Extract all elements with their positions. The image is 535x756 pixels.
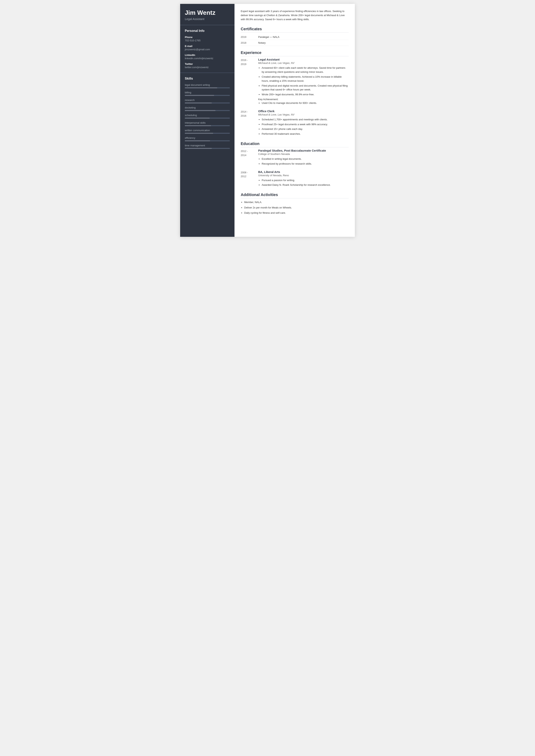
exp-bullet: Created attorney billing statements. Ach… <box>262 75 349 83</box>
resume-container: Jim Wentz Legal Assistant Personal Info … <box>180 4 355 237</box>
activity-item: Daily cycling for fitness and self-care. <box>244 210 349 215</box>
experience-item: 2014 -2016 Office Clerk Michaud & Love, … <box>241 109 349 137</box>
activities-section: Additional Activities Member, NALA.Deliv… <box>241 193 349 215</box>
exp-bullet: Answered 60+ client calls each week for … <box>262 66 349 74</box>
skill-bar-fill <box>185 140 210 141</box>
twitter-value: twitter.com/jimzwentz <box>185 66 230 69</box>
email-label: E-mail <box>185 45 230 47</box>
experience-heading: Experience <box>241 50 349 56</box>
skill-bar-bg <box>185 148 230 149</box>
skill-bar-fill <box>185 125 211 126</box>
exp-company: Michaud & Love, Las Vegas, NV <box>258 62 349 65</box>
activity-item: Deliver 2x per month for Meals on Wheels… <box>244 205 349 210</box>
skill-item: interpersonal skills <box>185 121 230 126</box>
skill-name: interpersonal skills <box>185 121 230 124</box>
edu-content: BA, Liberal Arts University of Nevada, R… <box>258 170 349 188</box>
candidate-title: Legal Assistant <box>185 17 230 20</box>
skill-item: legal document writing <box>185 83 230 88</box>
skill-name: legal document writing <box>185 83 230 86</box>
key-bullets: Used Clio to manage documents for 600+ c… <box>258 101 349 105</box>
skill-bar-bg <box>185 140 230 141</box>
activities-heading: Additional Activities <box>241 193 349 198</box>
phone-label: Phone <box>185 36 230 39</box>
certificates-list: 2019 Paralegal — NALA 2018 Notary <box>241 34 349 46</box>
experience-list: 2016 -2019 Legal Assistant Michaud & Lov… <box>241 58 349 137</box>
key-bullet: Used Clio to manage documents for 600+ c… <box>262 101 349 105</box>
exp-bullet: Scheduled 1,700+ appointments and meetin… <box>262 118 349 122</box>
phone-item: Phone 702-510-1765 <box>185 36 230 42</box>
skill-name: billing <box>185 91 230 94</box>
exp-dates: 2014 -2016 <box>241 109 258 137</box>
exp-bullet: Filed physical and digital records and d… <box>262 84 349 92</box>
skill-bar-bg <box>185 118 230 119</box>
exp-bullet: Answered 15+ phone calls each day. <box>262 127 349 131</box>
exp-company: Michaud & Love, Las Vegas, NV <box>258 113 349 116</box>
edu-bullet: Awarded Daisy N. Roark Scholarship for r… <box>262 183 349 187</box>
skill-bar-bg <box>185 110 230 111</box>
cert-name: Paralegal — NALA <box>258 36 279 39</box>
skill-bar-fill <box>185 148 212 149</box>
skill-bar-bg <box>185 87 230 88</box>
skill-item: efficiency <box>185 136 230 141</box>
exp-bullets: Scheduled 1,700+ appointments and meetin… <box>258 118 349 136</box>
skill-bar-fill <box>185 110 215 111</box>
exp-job-title: Legal Assistant <box>258 58 349 61</box>
edu-school: College of Southern Nevada <box>258 153 349 155</box>
experience-section: Experience 2016 -2019 Legal Assistant Mi… <box>241 50 349 137</box>
candidate-name: Jim Wentz <box>185 9 230 16</box>
edu-content: Paralegal Studies, Post Baccalaureate Ce… <box>258 149 349 167</box>
skill-name: research <box>185 98 230 101</box>
skill-name: scheduling <box>185 114 230 117</box>
exp-bullet: Performed 30 trademark searches. <box>262 132 349 136</box>
skill-name: docketing <box>185 106 230 109</box>
exp-bullets: Answered 60+ client calls each week for … <box>258 66 349 97</box>
skill-item: scheduling <box>185 114 230 119</box>
main-content: Expert legal assistant with 3 years of e… <box>235 4 355 237</box>
exp-content: Legal Assistant Michaud & Love, Las Vega… <box>258 58 349 106</box>
skill-bar-fill <box>185 95 214 96</box>
phone-value: 702-510-1765 <box>185 39 230 42</box>
edu-degree: Paralegal Studies, Post Baccalaureate Ce… <box>258 149 349 152</box>
skill-item: research <box>185 98 230 103</box>
edu-degree: BA, Liberal Arts <box>258 170 349 174</box>
skill-bar-bg <box>185 102 230 103</box>
twitter-label: Twitter <box>185 63 230 66</box>
certificates-heading: Certificates <box>241 27 349 33</box>
edu-bullet: Recognized by professors for research sk… <box>262 162 349 166</box>
skill-name: written communication <box>185 129 230 132</box>
edu-dates: 2012 -2014 <box>241 149 258 167</box>
sidebar-header: Jim Wentz Legal Assistant <box>180 4 235 25</box>
skill-name: time management <box>185 144 230 147</box>
cert-year: 2019 <box>241 36 258 39</box>
exp-bullet: Wrote 200+ legal documents, 99.9% error-… <box>262 93 349 97</box>
exp-content: Office Clerk Michaud & Love, Las Vegas, … <box>258 109 349 137</box>
education-heading: Education <box>241 142 349 147</box>
edu-bullet: Pursued a passion for writing. <box>262 178 349 182</box>
email-value: jimzwentz@gmail.com <box>185 48 230 51</box>
activity-item: Member, NALA. <box>244 200 349 204</box>
skill-item: written communication <box>185 129 230 134</box>
skill-bar-fill <box>185 102 212 103</box>
skills-list: legal document writing billing research … <box>185 83 230 149</box>
personal-info-heading: Personal Info <box>185 29 230 33</box>
exp-bullet: Proofread 25+ legal documents a week wit… <box>262 123 349 126</box>
linkedin-value: linkedin.com/in/jimzwentz <box>185 57 230 60</box>
skill-bar-fill <box>185 118 210 119</box>
linkedin-item: LinkedIn linkedin.com/in/jimzwentz <box>185 54 230 60</box>
summary-text: Expert legal assistant with 3 years of e… <box>241 9 349 21</box>
edu-bullets: Excelled in writing legal documents.Reco… <box>258 157 349 166</box>
twitter-item: Twitter twitter.com/jimzwentz <box>185 63 230 69</box>
certificate-row: 2019 Paralegal — NALA <box>241 34 349 40</box>
edu-school: University of Nevada, Reno <box>258 174 349 177</box>
exp-job-title: Office Clerk <box>258 109 349 113</box>
skills-heading: Skills <box>185 77 230 80</box>
skills-section: Skills legal document writing billing re… <box>180 73 235 153</box>
skill-bar-bg <box>185 125 230 126</box>
sidebar: Jim Wentz Legal Assistant Personal Info … <box>180 4 235 237</box>
edu-bullet: Excelled in writing legal documents. <box>262 157 349 161</box>
linkedin-label: LinkedIn <box>185 54 230 56</box>
cert-name: Notary <box>258 42 266 44</box>
skill-bar-bg <box>185 95 230 96</box>
exp-dates: 2016 -2019 <box>241 58 258 106</box>
education-section: Education 2012 -2014 Paralegal Studies, … <box>241 142 349 188</box>
